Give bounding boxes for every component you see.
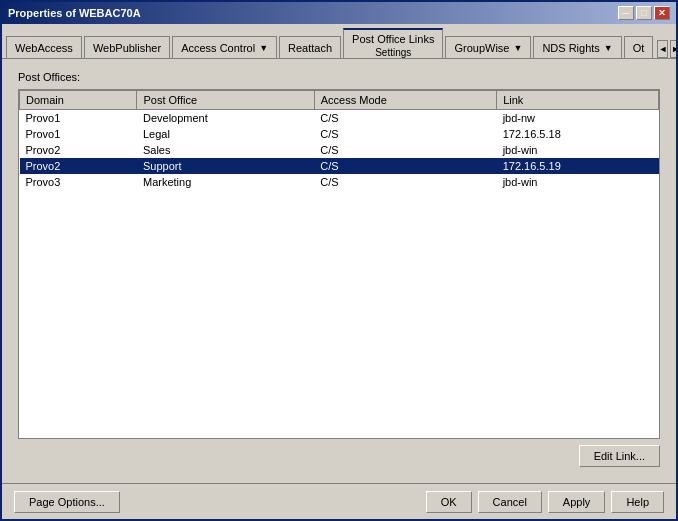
post-offices-table-wrapper: Domain Post Office Access Mode Link Prov… (18, 89, 660, 439)
tab-reattach[interactable]: Reattach (279, 36, 341, 58)
tab-nds-rights-label: NDS Rights (542, 42, 599, 54)
table-row[interactable]: Provo2SalesC/Sjbd-win (20, 142, 659, 158)
tab-access-control[interactable]: Access Control ▼ (172, 36, 277, 58)
tab-post-office-links-sub: Settings (375, 47, 411, 58)
apply-button[interactable]: Apply (548, 491, 606, 513)
tab-reattach-label: Reattach (288, 42, 332, 54)
tab-groupwise-label: GroupWise (454, 42, 509, 54)
table-row[interactable]: Provo1DevelopmentC/Sjbd-nw (20, 110, 659, 127)
content-area: Post Offices: Domain Post Office Access … (2, 59, 676, 483)
col-link: Link (497, 91, 659, 110)
minimize-button[interactable]: ─ (618, 6, 634, 20)
tab-other[interactable]: Ot (624, 36, 654, 58)
tab-post-office-links-label: Post Office Links (352, 33, 434, 45)
tab-webpublisher-label: WebPublisher (93, 42, 161, 54)
tab-post-office-links[interactable]: Post Office Links Settings (343, 28, 443, 59)
tab-groupwise[interactable]: GroupWise ▼ (445, 36, 531, 58)
cancel-button[interactable]: Cancel (478, 491, 542, 513)
tab-other-label: Ot (633, 42, 645, 54)
footer: Page Options... OK Cancel Apply Help (2, 483, 676, 519)
col-access-mode: Access Mode (314, 91, 496, 110)
properties-window: Properties of WEBAC70A ─ □ ✕ WebAccess W… (0, 0, 678, 521)
section-label: Post Offices: (18, 71, 660, 83)
tab-access-control-label: Access Control (181, 42, 255, 54)
col-domain: Domain (20, 91, 137, 110)
ok-button[interactable]: OK (426, 491, 472, 513)
groupwise-dropdown-icon: ▼ (513, 43, 522, 53)
nds-rights-dropdown-icon: ▼ (604, 43, 613, 53)
tab-nds-rights[interactable]: NDS Rights ▼ (533, 36, 621, 58)
tab-webpublisher[interactable]: WebPublisher (84, 36, 170, 58)
edit-link-bar: Edit Link... (18, 439, 660, 471)
footer-right-buttons: OK Cancel Apply Help (426, 491, 664, 513)
table-header: Domain Post Office Access Mode Link (20, 91, 659, 110)
title-bar-buttons: ─ □ ✕ (618, 6, 670, 20)
maximize-button[interactable]: □ (636, 6, 652, 20)
col-post-office: Post Office (137, 91, 314, 110)
table-row[interactable]: Provo1LegalC/S172.16.5.18 (20, 126, 659, 142)
close-button[interactable]: ✕ (654, 6, 670, 20)
window-title: Properties of WEBAC70A (8, 7, 141, 19)
table-row[interactable]: Provo2SupportC/S172.16.5.19 (20, 158, 659, 174)
tab-webaccess-label: WebAccess (15, 42, 73, 54)
title-bar: Properties of WEBAC70A ─ □ ✕ (2, 2, 676, 24)
edit-link-button[interactable]: Edit Link... (579, 445, 660, 467)
tabs-container: WebAccess WebPublisher Access Control ▼ … (2, 24, 676, 59)
tab-nav-next[interactable]: ► (670, 40, 676, 58)
access-control-dropdown-icon: ▼ (259, 43, 268, 53)
help-button[interactable]: Help (611, 491, 664, 513)
tab-nav-prev[interactable]: ◄ (657, 40, 668, 58)
tab-webaccess[interactable]: WebAccess (6, 36, 82, 58)
page-options-button[interactable]: Page Options... (14, 491, 120, 513)
post-offices-table: Domain Post Office Access Mode Link Prov… (19, 90, 659, 190)
table-body: Provo1DevelopmentC/Sjbd-nwProvo1LegalC/S… (20, 110, 659, 191)
table-row[interactable]: Provo3MarketingC/Sjbd-win (20, 174, 659, 190)
